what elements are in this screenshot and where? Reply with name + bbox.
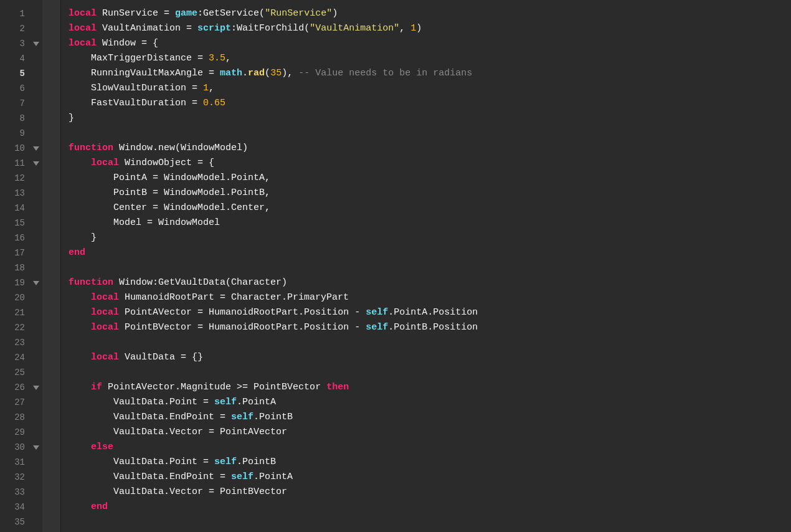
line-number[interactable]: 5 xyxy=(0,66,30,81)
code-line[interactable] xyxy=(69,515,791,530)
code-line[interactable]: Center = WindowModel.Center, xyxy=(69,201,791,216)
gutter-line: 17 xyxy=(0,245,42,260)
code-line[interactable]: end xyxy=(69,500,791,515)
code-line[interactable]: local WindowObject = { xyxy=(69,156,791,171)
gutter-line: 12 xyxy=(0,171,42,186)
code-line[interactable]: MaxTriggerDistance = 3.5, xyxy=(69,51,791,66)
line-number[interactable]: 20 xyxy=(0,290,30,305)
line-number[interactable]: 12 xyxy=(0,171,30,186)
gutter-line: 24 xyxy=(0,350,42,365)
line-number[interactable]: 3 xyxy=(0,36,30,51)
gutter-line: 28 xyxy=(0,410,42,425)
code-line[interactable]: function Window.new(WindowModel) xyxy=(69,141,791,156)
code-line[interactable]: PointA = WindowModel.PointA, xyxy=(69,171,791,186)
code-line[interactable] xyxy=(69,335,791,350)
code-line[interactable]: PointB = WindowModel.PointB, xyxy=(69,186,791,201)
line-number[interactable]: 29 xyxy=(0,425,30,440)
line-number[interactable]: 31 xyxy=(0,455,30,470)
line-number[interactable]: 10 xyxy=(0,141,30,156)
gutter-line: 32 xyxy=(0,470,42,485)
code-line[interactable]: local HumanoidRootPart = Character.Prima… xyxy=(69,290,791,305)
line-number[interactable]: 2 xyxy=(0,21,30,36)
code-editor[interactable]: 1234567891011121314151617181920212223242… xyxy=(0,0,791,532)
gutter-line: 25 xyxy=(0,365,42,380)
fold-toggle-icon[interactable] xyxy=(30,280,42,286)
line-number[interactable]: 26 xyxy=(0,380,30,395)
gutter-line: 2 xyxy=(0,21,42,36)
line-number[interactable]: 4 xyxy=(0,51,30,66)
line-number[interactable]: 30 xyxy=(0,440,30,455)
line-number[interactable]: 24 xyxy=(0,350,30,365)
code-line[interactable] xyxy=(69,260,791,275)
code-line[interactable]: } xyxy=(69,230,791,245)
gutter-line: 18 xyxy=(0,260,42,275)
svg-marker-1 xyxy=(33,146,39,151)
code-line[interactable]: Model = WindowModel xyxy=(69,216,791,230)
code-line[interactable]: local RunService = game:GetService("RunS… xyxy=(69,6,791,21)
fold-toggle-icon[interactable] xyxy=(30,40,42,47)
line-number[interactable]: 28 xyxy=(0,410,30,425)
gutter-line: 14 xyxy=(0,201,42,216)
gutter-line: 11 xyxy=(0,156,42,171)
fold-toggle-icon[interactable] xyxy=(30,384,42,391)
svg-marker-5 xyxy=(33,445,39,450)
code-line[interactable]: RunningVaultMaxAngle = math.rad(35), -- … xyxy=(69,66,791,81)
gutter-line: 10 xyxy=(0,141,42,156)
code-line[interactable]: } xyxy=(69,111,791,126)
line-number[interactable]: 16 xyxy=(0,230,30,245)
code-line[interactable]: FastVaultDuration = 0.65 xyxy=(69,96,791,111)
code-line[interactable]: else xyxy=(69,440,791,455)
line-number[interactable]: 19 xyxy=(0,275,30,290)
gutter-line: 6 xyxy=(0,81,42,96)
line-number[interactable]: 32 xyxy=(0,470,30,485)
code-line[interactable] xyxy=(69,365,791,380)
code-area[interactable]: local RunService = game:GetService("RunS… xyxy=(61,0,791,532)
line-number[interactable]: 25 xyxy=(0,365,30,380)
line-number[interactable]: 13 xyxy=(0,186,30,201)
gutter-line: 22 xyxy=(0,320,42,335)
line-number[interactable]: 17 xyxy=(0,245,30,260)
line-number[interactable]: 14 xyxy=(0,201,30,216)
gutter-line: 8 xyxy=(0,111,42,126)
code-line[interactable] xyxy=(69,126,791,141)
code-line[interactable]: if PointAVector.Magnitude >= PointBVecto… xyxy=(69,380,791,395)
svg-marker-0 xyxy=(33,42,39,46)
code-line[interactable]: local PointAVector = HumanoidRootPart.Po… xyxy=(69,305,791,320)
line-number[interactable]: 23 xyxy=(0,335,30,350)
line-number[interactable]: 21 xyxy=(0,305,30,320)
fold-toggle-icon[interactable] xyxy=(30,145,42,151)
gutter-line: 33 xyxy=(0,485,42,500)
line-number[interactable]: 15 xyxy=(0,216,30,230)
code-line[interactable]: VaultData.Vector = PointAVector xyxy=(69,425,791,440)
code-line[interactable]: SlowVaultDuration = 1, xyxy=(69,81,791,96)
code-line[interactable]: VaultData.Point = self.PointB xyxy=(69,455,791,470)
gutter-line: 26 xyxy=(0,380,42,395)
line-number[interactable]: 1 xyxy=(0,6,30,21)
fold-toggle-icon[interactable] xyxy=(30,160,42,166)
code-line[interactable]: VaultData.EndPoint = self.PointB xyxy=(69,410,791,425)
code-line[interactable]: local VaultAnimation = script:WaitForChi… xyxy=(69,21,791,36)
line-number[interactable]: 6 xyxy=(0,81,30,96)
line-number[interactable]: 22 xyxy=(0,320,30,335)
line-number[interactable]: 35 xyxy=(0,515,30,530)
line-number[interactable]: 8 xyxy=(0,111,30,126)
code-line[interactable]: local Window = { xyxy=(69,36,791,51)
line-number[interactable]: 18 xyxy=(0,260,30,275)
line-number[interactable]: 9 xyxy=(0,126,30,141)
code-line[interactable]: VaultData.EndPoint = self.PointA xyxy=(69,470,791,485)
gutter-line: 13 xyxy=(0,186,42,201)
gutter-line: 7 xyxy=(0,96,42,111)
line-number[interactable]: 7 xyxy=(0,96,30,111)
code-line[interactable]: function Window:GetVaultData(Character) xyxy=(69,275,791,290)
line-number[interactable]: 11 xyxy=(0,156,30,171)
code-line[interactable]: VaultData.Vector = PointBVector xyxy=(69,485,791,500)
code-line[interactable]: local PointBVector = HumanoidRootPart.Po… xyxy=(69,320,791,335)
code-line[interactable]: VaultData.Point = self.PointA xyxy=(69,395,791,410)
code-line[interactable]: local VaultData = {} xyxy=(69,350,791,365)
line-number[interactable]: 33 xyxy=(0,485,30,500)
line-number[interactable]: 27 xyxy=(0,395,30,410)
fold-toggle-icon[interactable] xyxy=(30,444,42,450)
svg-marker-4 xyxy=(33,386,39,390)
line-number[interactable]: 34 xyxy=(0,500,30,515)
code-line[interactable]: end xyxy=(69,245,791,260)
